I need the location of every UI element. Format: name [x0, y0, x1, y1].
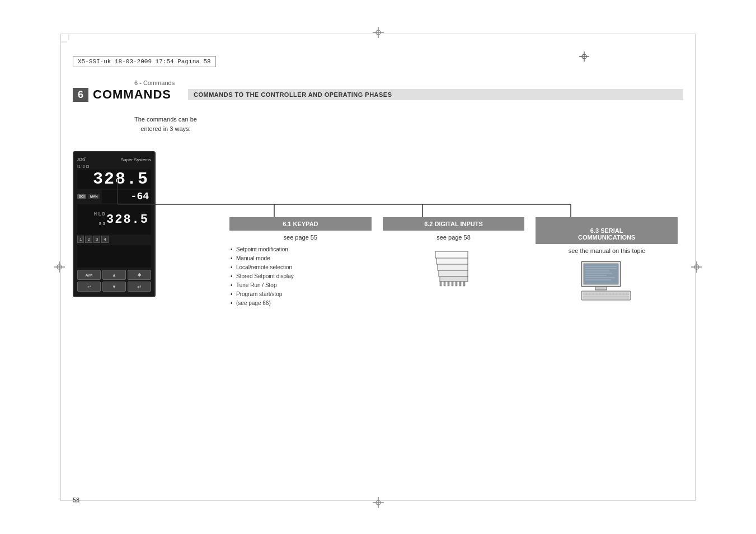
keypad-bullet-list: Setpoint modification Manual mode Local/… [229, 245, 372, 308]
controller-device-container: SSi Super Systems I1 I2 I3 328.5 SCI MAN… [73, 151, 162, 297]
crosshair-top [373, 27, 384, 38]
controller-device: SSi Super Systems I1 I2 I3 328.5 SCI MAN… [73, 151, 156, 297]
display-third-row: HLD S3 328.5 [77, 204, 151, 235]
keypad-header: 6.1 KEYPAD [229, 217, 372, 231]
bullet-stored-setpoint: Stored Setpoint display [229, 272, 372, 281]
crosshair-bottom [373, 497, 384, 508]
file-crosshair [579, 51, 589, 62]
keypad-subheader: see page 55 [284, 234, 318, 241]
svg-rect-43 [595, 287, 607, 290]
intro-text: The commands can be entered in 3 ways: [134, 115, 197, 133]
crosshair-right [691, 261, 702, 273]
controller-buttons: A/M [77, 270, 151, 292]
man-label: MAN [88, 194, 100, 199]
crosshair-left [54, 261, 65, 273]
digital-inputs-illustration [431, 245, 476, 290]
svg-rect-31 [456, 282, 457, 286]
display-secondary: -64 [102, 190, 151, 203]
digital-inputs-subheader: see page 58 [436, 234, 471, 241]
svg-rect-30 [452, 282, 453, 286]
brand-label: SSi [77, 157, 86, 162]
up-button[interactable] [102, 270, 126, 280]
svg-rect-27 [440, 282, 442, 286]
svg-rect-23 [439, 270, 468, 277]
computer-illustration [579, 259, 635, 303]
section-header: 6 COMMANDS COMMANDS TO THE CONTROLLER AN… [73, 87, 683, 102]
svg-rect-25 [436, 257, 468, 264]
section-subtitle: COMMANDS TO THE CONTROLLER AND OPERATING… [188, 89, 683, 100]
display-main: 328.5 [77, 170, 151, 189]
digital-inputs-header: 6.2 DIGITAL INPUTS [383, 217, 525, 231]
svg-rect-33 [463, 282, 465, 286]
svg-rect-28 [444, 282, 445, 286]
sci-label: SCI [77, 194, 86, 199]
indicators: I1 I2 I3 [77, 165, 151, 168]
svg-rect-35 [584, 264, 618, 284]
star-button[interactable] [128, 270, 151, 280]
svg-rect-46 [583, 296, 629, 298]
section-number: 6 [73, 88, 88, 102]
return-button[interactable] [77, 282, 101, 292]
segment-indicators: 1 2 3 4 [77, 236, 151, 243]
down-button[interactable] [102, 282, 126, 292]
page-number: 58 [73, 496, 79, 503]
svg-rect-32 [459, 282, 461, 286]
keypad-column: 6.1 KEYPAD see page 55 Setpoint modifica… [224, 217, 377, 308]
bullet-tune: Tune Run / Stop [229, 281, 372, 290]
file-info: X5-SSI-uk 18-03-2009 17:54 Pagina 58 [73, 56, 216, 67]
svg-rect-26 [435, 251, 468, 258]
bullet-manual: Manual mode [229, 254, 372, 263]
serial-comms-column: 6.3 SERIAL COMMUNICATIONS see the manual… [530, 217, 683, 308]
bullet-local-remote: Local/remote selection [229, 263, 372, 272]
bullet-setpoint: Setpoint modification [229, 245, 372, 254]
section-title: COMMANDS [93, 87, 171, 102]
serial-comms-subheader: see the manual on this topic [569, 247, 645, 254]
bullet-see-page: (see page 66) [229, 299, 372, 308]
svg-rect-29 [448, 282, 449, 286]
trim-mark-tl [60, 34, 77, 50]
svg-rect-45 [583, 293, 629, 295]
bullet-program: Program start/stop [229, 290, 372, 299]
serial-comms-header: 6.3 SERIAL COMMUNICATIONS [536, 217, 678, 244]
svg-rect-24 [438, 264, 468, 270]
enter-button[interactable] [128, 282, 151, 292]
breadcrumb: 6 - Commands [134, 79, 175, 86]
columns-area: 6.1 KEYPAD see page 55 Setpoint modifica… [224, 217, 683, 308]
model-label: Super Systems [121, 157, 151, 162]
svg-rect-44 [581, 291, 631, 300]
am-button[interactable]: A/M [77, 270, 101, 280]
digital-inputs-column: 6.2 DIGITAL INPUTS see page 58 [377, 217, 530, 308]
